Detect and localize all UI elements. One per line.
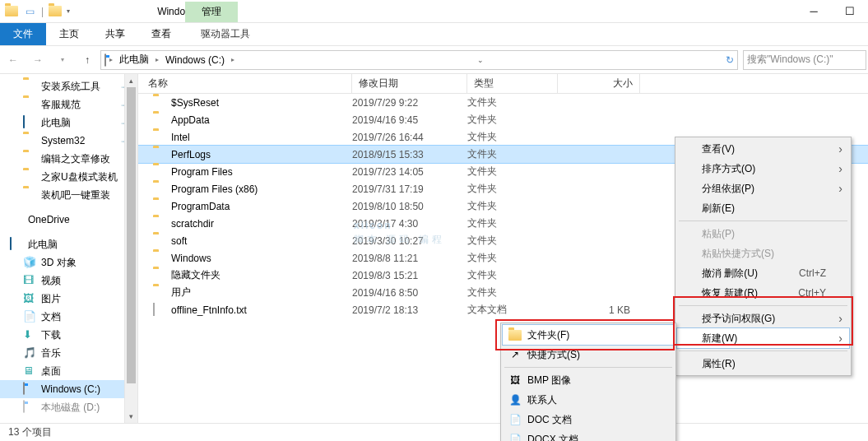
nav-label: 安装系统工具 <box>41 80 100 94</box>
file-date: 2019/8/8 11:21 <box>352 253 467 264</box>
nav-thispc-item[interactable]: 🎵音乐 <box>0 344 137 362</box>
refresh-button[interactable]: ↻ <box>726 54 734 66</box>
tab-drive-tools[interactable]: 驱动器工具 <box>188 23 263 45</box>
folder-icon <box>23 170 36 183</box>
menu-item[interactable]: 撤消 删除(U)Ctrl+Z <box>677 263 849 283</box>
maximize-button[interactable]: ☐ <box>832 0 868 23</box>
menu-label: 文件夹(F) <box>527 328 569 342</box>
col-name[interactable]: 名称 <box>138 74 352 93</box>
system-folder-icon: 🖥 <box>23 364 36 378</box>
menu-separator <box>679 220 847 221</box>
menu-item[interactable]: 恢复 新建(R)Ctrl+Y <box>677 283 849 303</box>
tab-home[interactable]: 主页 <box>46 23 92 45</box>
file-name: Intel <box>171 132 190 143</box>
nav-quick-item[interactable]: 装机吧一键重装 <box>0 186 137 204</box>
folder-icon <box>153 183 166 196</box>
menu-label: 粘贴快捷方式(S) <box>702 247 774 261</box>
nav-thispc-item[interactable]: 🎞视频 <box>0 272 137 290</box>
address-bar[interactable]: ▸ 此电脑 ▸ Windows (C:) ▸ ⌄ ↻ <box>100 50 738 70</box>
nav-thispc[interactable]: 此电脑 <box>0 235 137 253</box>
nav-drive-other[interactable]: 本地磁盘 (D:) <box>0 398 137 416</box>
qat-dropdown[interactable]: ▾ <box>67 7 70 15</box>
navpane-scrollbar[interactable]: ▴ ▾ <box>124 74 137 423</box>
folder-icon <box>153 114 166 127</box>
nav-quick-item[interactable]: 此电脑📌 <box>0 114 137 132</box>
nav-quick-item[interactable]: 客服规范📌 <box>0 95 137 114</box>
menu-item[interactable]: 查看(V) <box>677 139 849 159</box>
tab-view[interactable]: 查看 <box>138 23 184 45</box>
file-name: ProgramData <box>171 201 230 212</box>
system-folder-icon: 🖼 <box>23 292 36 305</box>
file-date: 2019/7/23 14:05 <box>352 166 467 178</box>
nav-thispc-item[interactable]: 🧊3D 对象 <box>0 253 137 272</box>
nav-thispc-item[interactable]: ⬇下载 <box>0 326 137 344</box>
context-submenu-new[interactable]: 文件夹(F)↗快捷方式(S)🖼BMP 图像👤联系人📄DOC 文档📄DOCX 文档 <box>500 323 676 441</box>
app-icon <box>5 5 18 18</box>
file-type: 文件夹 <box>467 199 558 213</box>
address-dropdown[interactable]: ⌄ <box>474 56 487 64</box>
menu-separator <box>504 367 672 368</box>
menu-label: 排序方式(O) <box>702 162 755 176</box>
crumb-drive[interactable]: Windows (C:) <box>162 53 228 67</box>
menu-label: 查看(V) <box>702 142 735 156</box>
col-size[interactable]: 大小 <box>558 74 640 93</box>
nav-recent-dropdown[interactable]: ▾ <box>51 49 74 72</box>
nav-onedrive[interactable]: OneDrive <box>0 211 137 229</box>
submenu-item[interactable]: 🖼BMP 图像 <box>503 370 674 390</box>
nav-quick-item[interactable]: 编辑之文章修改 <box>0 150 137 168</box>
folder-icon <box>153 217 166 230</box>
file-row[interactable]: $SysReset2019/7/29 9:22文件夹 <box>138 94 868 111</box>
breadcrumb-sep[interactable]: ▸ <box>231 56 234 63</box>
col-type[interactable]: 类型 <box>467 74 558 93</box>
minimize-button[interactable]: ─ <box>796 0 832 23</box>
nav-quick-item[interactable]: System32📌 <box>0 132 137 150</box>
nav-back-button[interactable]: ← <box>2 49 25 72</box>
bmp-icon: 🖼 <box>508 373 522 388</box>
menu-item[interactable]: 分组依据(P) <box>677 179 849 198</box>
submenu-item[interactable]: 文件夹(F) <box>503 325 674 345</box>
menu-label: 分组依据(P) <box>702 182 754 196</box>
nav-thispc-item[interactable]: 🖥桌面 <box>0 362 137 380</box>
col-date[interactable]: 修改日期 <box>352 74 467 93</box>
menu-item[interactable]: 授予访问权限(G) <box>677 309 849 328</box>
nav-thispc-item[interactable]: 🖼图片 <box>0 290 137 308</box>
file-date: 2019/7/2 18:13 <box>352 304 467 316</box>
tab-file[interactable]: 文件 <box>0 23 46 45</box>
qat-folder-icon[interactable] <box>49 5 62 18</box>
file-row[interactable]: AppData2019/4/16 9:45文件夹 <box>138 111 868 128</box>
nav-thispc-item[interactable]: 📄文档 <box>0 308 137 326</box>
menu-item[interactable]: 新建(W) <box>677 328 849 348</box>
qat-props-icon[interactable]: ▭ <box>23 5 36 18</box>
nav-drive-c[interactable]: Windows (C:) <box>0 380 137 398</box>
system-folder-icon: 🧊 <box>23 256 36 269</box>
file-name: offline_FtnInfo.txt <box>171 304 247 316</box>
file-type: 文件夹 <box>467 216 558 230</box>
menu-item[interactable]: 刷新(E) <box>677 198 849 218</box>
submenu-item[interactable]: 👤联系人 <box>503 390 674 410</box>
folder-icon <box>23 80 36 93</box>
menu-item[interactable]: 属性(R) <box>677 354 849 374</box>
nav-forward-button[interactable]: → <box>26 49 49 72</box>
crumb-thispc[interactable]: 此电脑 <box>116 51 152 68</box>
contextual-tab-manage[interactable]: 管理 <box>185 2 238 22</box>
search-input[interactable]: 搜索"Windows (C:)" <box>743 50 866 70</box>
file-date: 2018/9/15 15:33 <box>352 149 467 160</box>
file-size: 1 KB <box>558 304 640 316</box>
search-placeholder: 搜索"Windows (C:)" <box>747 53 833 67</box>
file-type: 文本文档 <box>467 303 558 317</box>
submenu-item[interactable]: 📄DOC 文档 <box>503 410 674 429</box>
breadcrumb-sep[interactable]: ▸ <box>155 56 159 63</box>
submenu-item[interactable]: ↗快捷方式(S) <box>503 345 674 364</box>
context-menu[interactable]: 查看(V)排序方式(O)分组依据(P)刷新(E)粘贴(P)粘贴快捷方式(S)撤消… <box>675 137 852 376</box>
nav-quick-item[interactable]: 之家U盘模式装机 <box>0 168 137 186</box>
tab-share[interactable]: 共享 <box>92 23 138 45</box>
submenu-item[interactable]: 📄DOCX 文档 <box>503 429 674 441</box>
menu-item[interactable]: 排序方式(O) <box>677 159 849 179</box>
file-type: 文件夹 <box>467 251 558 265</box>
nav-quick-item[interactable]: 安装系统工具📌 <box>0 77 137 95</box>
column-headers: 名称 修改日期 类型 大小 <box>138 74 868 94</box>
menu-label: BMP 图像 <box>527 374 571 388</box>
system-folder-icon: ⬇ <box>23 328 36 341</box>
breadcrumb-sep[interactable]: ▸ <box>109 56 113 63</box>
nav-up-button[interactable]: ↑ <box>76 49 99 72</box>
